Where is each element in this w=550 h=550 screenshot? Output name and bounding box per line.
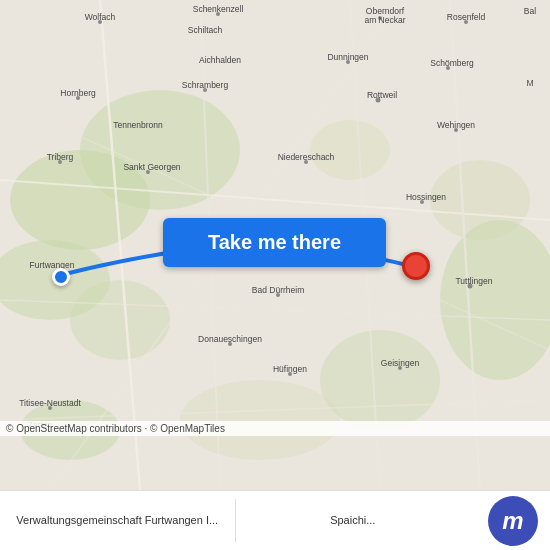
svg-text:Hornberg: Hornberg	[60, 88, 96, 98]
destination-marker-circle	[402, 252, 430, 280]
svg-text:Schramberg: Schramberg	[182, 80, 229, 90]
moovit-m-letter: m	[502, 507, 523, 535]
destination-label-button[interactable]: Spaichi...	[236, 491, 471, 550]
bottom-navigation-bar: Verwaltungsgemeinschaft Furtwangen I... …	[0, 490, 550, 550]
svg-text:M: M	[526, 78, 533, 88]
svg-text:Hossingen: Hossingen	[406, 192, 446, 202]
svg-text:Rottweil: Rottweil	[367, 90, 397, 100]
svg-text:am Neckar: am Neckar	[364, 15, 405, 25]
svg-text:Donaueschingen: Donaueschingen	[198, 334, 262, 344]
svg-text:Bad Dürrheim: Bad Dürrheim	[252, 285, 304, 295]
svg-text:Schömberg: Schömberg	[430, 58, 474, 68]
svg-text:Aichhalden: Aichhalden	[199, 55, 241, 65]
svg-text:Rosenfeld: Rosenfeld	[447, 12, 486, 22]
svg-text:Bal: Bal	[524, 6, 536, 16]
origin-label-button[interactable]: Verwaltungsgemeinschaft Furtwangen I...	[0, 491, 235, 550]
map-area: Schenkenzell Wolfach Schiltach Oberndorf…	[0, 0, 550, 490]
svg-point-8	[180, 380, 340, 460]
svg-text:Tennenbronn: Tennenbronn	[113, 120, 163, 130]
take-me-there-button[interactable]: Take me there	[163, 218, 386, 267]
svg-text:Hüfingen: Hüfingen	[273, 364, 307, 374]
svg-point-4	[70, 280, 170, 360]
svg-text:Niedereschach: Niedereschach	[278, 152, 335, 162]
destination-label-text: Spaichi...	[330, 514, 375, 527]
moovit-logo[interactable]: m	[488, 496, 538, 546]
svg-text:Wolfach: Wolfach	[85, 12, 116, 22]
destination-marker	[402, 252, 430, 280]
svg-text:Geisingen: Geisingen	[381, 358, 420, 368]
svg-text:Schiltach: Schiltach	[188, 25, 223, 35]
svg-text:Triberg: Triberg	[47, 152, 74, 162]
svg-text:Schenkenzell: Schenkenzell	[193, 4, 244, 14]
svg-text:Dunningen: Dunningen	[327, 52, 368, 62]
svg-text:Titisee-Neustadt: Titisee-Neustadt	[19, 398, 81, 408]
svg-text:Furtwangen: Furtwangen	[30, 260, 75, 270]
origin-label-text: Verwaltungsgemeinschaft Furtwangen I...	[16, 514, 218, 527]
svg-text:Sankt Georgen: Sankt Georgen	[123, 162, 180, 172]
svg-point-10	[310, 120, 390, 180]
svg-text:Tuttlingen: Tuttlingen	[455, 276, 492, 286]
map-attribution: © OpenStreetMap contributors · © OpenMap…	[0, 421, 550, 436]
svg-text:Wehingen: Wehingen	[437, 120, 475, 130]
app-container: Schenkenzell Wolfach Schiltach Oberndorf…	[0, 0, 550, 550]
origin-marker	[52, 268, 70, 286]
moovit-logo-section: m	[470, 491, 550, 550]
